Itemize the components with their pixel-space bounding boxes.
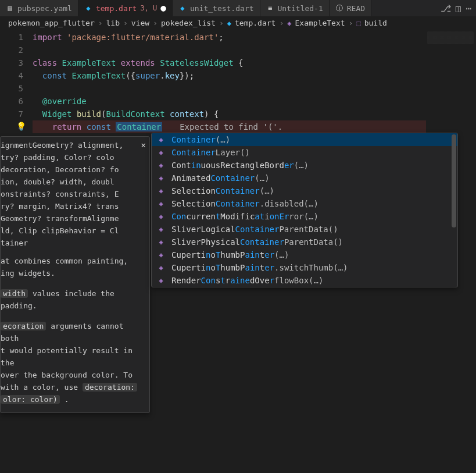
autocomplete-item[interactable]: ◈ ContainerLayer() <box>152 146 457 159</box>
autocomplete-item[interactable]: ◈ SliverLogicalContainerParentData() <box>152 223 457 236</box>
dart-icon: ◆ <box>84 4 92 12</box>
class-symbol-icon: ◈ <box>156 212 166 221</box>
doc-paragraph: width values include the padding. <box>1 287 149 312</box>
class-symbol-icon: ◈ <box>156 186 166 195</box>
chevron-right-icon: › <box>153 19 158 27</box>
editor-title-actions: ⎇ ◫ ⋯ <box>436 0 476 16</box>
dart-icon: ◆ <box>178 4 187 12</box>
class-symbol-icon: ◈ <box>156 276 166 285</box>
autocomplete-item[interactable]: ◈ SelectionContainer(…) <box>152 184 457 197</box>
autocomplete-item[interactable]: ◈ Container(…) <box>152 133 457 146</box>
class-symbol-icon: ◈ <box>156 161 166 170</box>
class-symbol-icon: ◈ <box>156 199 166 208</box>
code-content[interactable]: 💡 import 'package:flutter/material.dart'… <box>33 31 476 133</box>
autocomplete-item[interactable]: ◈ CupertinoThumbPainter.switchThumb(…) <box>152 261 457 274</box>
class-symbol-icon: ◈ <box>287 19 291 27</box>
file-icon: ▤ <box>6 4 14 12</box>
chevron-right-icon: › <box>98 19 103 27</box>
crumb[interactable]: lib <box>106 19 120 27</box>
tab-untitled[interactable]: ≡ Untitled-1 <box>260 0 330 16</box>
chevron-right-icon: › <box>279 19 284 27</box>
file-icon: ≡ <box>266 4 274 12</box>
autocomplete-item[interactable]: ◈ SelectionContainer.disabled(…) <box>152 197 457 210</box>
lightbulb-icon[interactable]: 💡 <box>16 122 26 131</box>
doc-paragraph: at combines common painting, ing widgets… <box>1 255 149 279</box>
line-number-gutter: 1 2 3 4 5 6 7 8 <box>0 31 33 133</box>
crumb[interactable]: build <box>364 19 387 27</box>
crumb[interactable]: pokemon_app_flutter <box>8 19 95 27</box>
class-symbol-icon: ◈ <box>156 263 166 272</box>
tab-git-badge: 3, U <box>140 4 157 12</box>
doc-paragraph: ecoration arguments cannot both t would … <box>1 320 149 406</box>
autocomplete-item[interactable]: ◈ SliverPhysicalContainerParentData() <box>152 236 457 248</box>
autocomplete-item[interactable]: ◈ ContinuousRectangleBorder(…) <box>152 159 457 172</box>
split-editor-icon[interactable]: ◫ <box>456 3 461 14</box>
scrollbar[interactable] <box>452 134 456 227</box>
tab-unit-test[interactable]: ◆ unit_test.dart <box>173 0 260 16</box>
autocomplete-popup[interactable]: ◈ Container(…) ◈ ContainerLayer() ◈ Cont… <box>151 133 458 287</box>
autocomplete-item[interactable]: ◈ RenderConstrainedOverflowBox(…) <box>152 274 457 287</box>
current-token: Container <box>116 122 162 131</box>
parameter-hint-panel: ✕ ignmentGeometry? alignment, try? paddi… <box>0 136 150 413</box>
autocomplete-item[interactable]: ◈ CupertinoThumbPainter(…) <box>152 248 457 261</box>
class-symbol-icon: ◈ <box>156 135 166 144</box>
tab-label: READ <box>347 4 365 13</box>
tab-label: temp.dart <box>96 4 137 13</box>
more-icon[interactable]: ⋯ <box>466 3 471 14</box>
class-symbol-icon: ◈ <box>156 237 166 247</box>
method-symbol-icon: ⬚ <box>356 19 360 27</box>
autocomplete-item[interactable]: ◈ AnimatedContainer(…) <box>152 172 457 184</box>
dirty-dot-icon: ● <box>160 3 166 13</box>
tab-readme[interactable]: ⓘ READ <box>330 0 371 16</box>
info-icon: ⓘ <box>335 4 343 12</box>
chevron-right-icon: › <box>219 19 224 27</box>
breadcrumb[interactable]: pokemon_app_flutter › lib › view › poked… <box>0 16 476 30</box>
class-symbol-icon: ◈ <box>156 173 166 183</box>
crumb[interactable]: temp.dart <box>235 19 275 27</box>
class-symbol-icon: ◈ <box>156 225 166 234</box>
tab-label: pubspec.yaml <box>17 4 72 13</box>
chevron-right-icon: › <box>349 19 353 27</box>
tab-label: unit_test.dart <box>190 4 254 13</box>
crumb[interactable]: ExampleText <box>295 19 345 27</box>
chevron-right-icon: › <box>123 19 128 27</box>
crumb[interactable]: pokedex_list <box>161 19 216 27</box>
tab-pubspec[interactable]: ▤ pubspec.yaml <box>0 0 78 16</box>
class-symbol-icon: ◈ <box>156 148 166 157</box>
class-symbol-icon: ◈ <box>156 250 166 259</box>
tab-label: Untitled-1 <box>278 4 323 13</box>
autocomplete-item[interactable]: ◈ ConcurrentModificationError(…) <box>152 210 457 223</box>
crumb[interactable]: view <box>131 19 149 27</box>
source-control-icon[interactable]: ⎇ <box>441 3 451 14</box>
dart-icon: ◆ <box>227 19 231 27</box>
inline-error-hint: Expected to find '('. <box>180 122 282 131</box>
editor-tabs: ▤ pubspec.yaml ◆ temp.dart 3, U ● ◆ unit… <box>0 0 476 16</box>
tab-temp-dart[interactable]: ◆ temp.dart 3, U ● <box>78 0 173 16</box>
close-icon[interactable]: ✕ <box>141 139 146 151</box>
code-editor[interactable]: 1 2 3 4 5 6 7 8 💡 import 'package:flutte… <box>0 30 476 133</box>
signature-text: ignmentGeometry? alignment, try? padding… <box>1 139 149 249</box>
